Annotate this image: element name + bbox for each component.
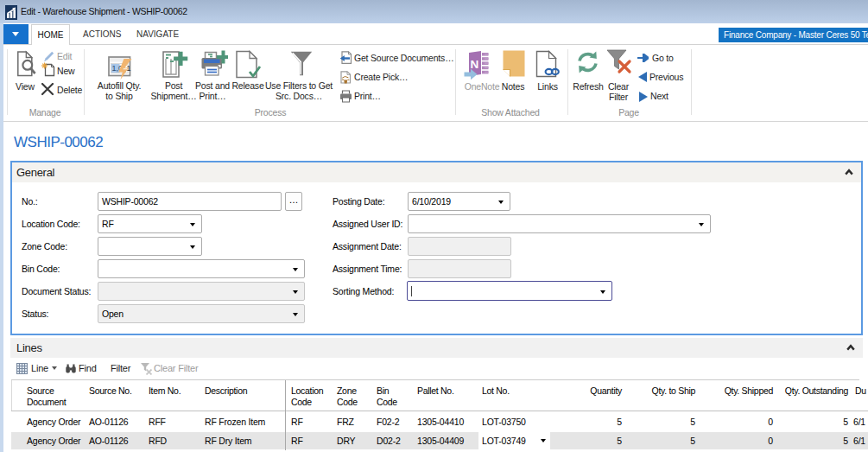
svg-text:N: N [471, 58, 479, 71]
